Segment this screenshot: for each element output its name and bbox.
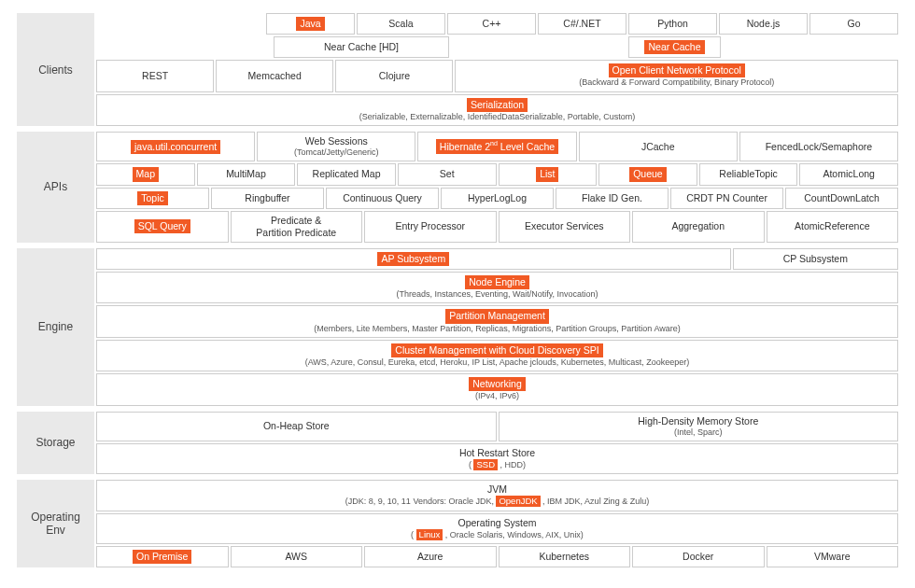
api-jcache: JCache [579, 132, 738, 161]
deploy-azure: Azure [364, 546, 497, 567]
client-rest: REST [96, 60, 214, 91]
client-memcached: Memcached [216, 60, 333, 91]
lang-scala: Scala [357, 13, 445, 35]
section-engine: Engine AP Subsystem CP Subsystem Node En… [17, 248, 898, 406]
engine-partition: Partition Management (Members, Lite Memb… [96, 305, 898, 337]
lang-java: Java [266, 13, 355, 35]
env-linux: Linux [416, 529, 443, 540]
section-label-storage: Storage [17, 412, 96, 475]
api-list: List [499, 163, 598, 185]
env-os: Operating System ( Linux , Oracle Solari… [96, 513, 898, 544]
lang-node: Node.js [719, 13, 808, 35]
api-entry-processor: Entry Processor [364, 211, 497, 243]
engine-ap-subsystem: AP Subsystem [96, 248, 731, 270]
section-label-engine: Engine [17, 248, 96, 406]
api-topic: Topic [96, 188, 209, 209]
section-label-apis: APIs [17, 132, 96, 243]
api-flake-id: Flake ID Gen. [556, 188, 669, 209]
api-fenced-lock: FencedLock/Semaphore [739, 132, 898, 161]
engine-cp-subsystem: CP Subsystem [733, 248, 898, 270]
client-clojure: Clojure [335, 60, 453, 91]
api-replicated-map: Replicated Map [297, 163, 396, 185]
storage-hot-restart: Hot Restart Store ( SSD , HDD) [96, 443, 898, 474]
api-queue: Queue [598, 163, 697, 185]
api-sql-query: SQL Query [96, 211, 229, 243]
engine-node: Node Engine (Threads, Instances, Eventin… [96, 272, 898, 303]
row-near-cache: Near Cache [HD] Near Cache [96, 36, 898, 58]
api-hibernate: Hibernate 2nd Level Cache [417, 132, 576, 161]
api-web-sessions: Web Sessions(Tomcat/Jetty/Generic) [257, 132, 415, 161]
lang-python: Python [628, 13, 717, 35]
api-predicate: Predicate & Partition Predicate [231, 211, 363, 243]
env-jvm: JVM (JDK: 8, 9, 10, 11 Vendors: Oracle J… [96, 480, 898, 511]
section-label-clients: Clients [17, 13, 96, 126]
section-storage: Storage On-Heap Store High-Density Memor… [17, 412, 898, 475]
api-multimap: MultiMap [197, 163, 296, 185]
api-atomic-long: AtomicLong [799, 163, 898, 185]
section-clients: Clients Java Scala C++ C#/.NET Python No… [17, 13, 898, 126]
row-client-langs: Java Scala C++ C#/.NET Python Node.js Go [96, 13, 898, 35]
api-executor-services: Executor Services [499, 211, 631, 243]
api-aggregation: Aggregation [632, 211, 765, 243]
row-env-deploy: On Premise AWS Azure Kubernetes Docker V… [96, 546, 898, 567]
lang-cpp: C++ [447, 13, 536, 35]
storage-hd-memory: High-Density Memory Store(Intel, Sparc) [499, 412, 899, 441]
engine-networking: Networking (IPv4, IPv6) [96, 373, 898, 405]
storage-ssd: SSD [473, 459, 498, 470]
deploy-aws: AWS [231, 546, 363, 567]
api-countdownlatch: CountDownLatch [785, 188, 898, 209]
section-operating-env: Operating Env JVM (JDK: 8, 9, 10, 11 Ven… [17, 480, 898, 567]
storage-onheap: On-Heap Store [96, 412, 497, 441]
api-continuous-query: Continuous Query [326, 188, 439, 209]
section-label-env: Operating Env [17, 480, 96, 567]
lang-go: Go [809, 13, 898, 35]
near-cache: Near Cache [628, 36, 721, 58]
api-juc: java.util.concurrent [96, 132, 255, 161]
lang-csharp: C#/.NET [538, 13, 626, 35]
section-apis: APIs java.util.concurrent Web Sessions(T… [17, 132, 898, 243]
serialization: Serialization (Serializable, Externaliza… [96, 94, 898, 126]
env-openjdk: OpenJDK [496, 496, 540, 507]
open-client-protocol: Open Client Network Protocol (Backward &… [455, 60, 898, 91]
deploy-vmware: VMware [767, 546, 899, 567]
row-protocols: REST Memcached Clojure Open Client Netwo… [96, 60, 898, 91]
api-map: Map [96, 163, 195, 185]
api-reliable-topic: ReliableTopic [699, 163, 798, 185]
api-crdt-pn: CRDT PN Counter [670, 188, 783, 209]
near-cache-hd: Near Cache [HD] [274, 36, 449, 58]
api-set: Set [398, 163, 497, 185]
api-hyperloglog: HyperLogLog [441, 188, 554, 209]
api-atomic-reference: AtomicReference [767, 211, 899, 243]
deploy-docker: Docker [632, 546, 765, 567]
deploy-on-premise: On Premise [96, 546, 229, 567]
api-ringbuffer: Ringbuffer [211, 188, 324, 209]
engine-cluster-mgmt: Cluster Management with Cloud Discovery … [96, 340, 898, 371]
deploy-kubernetes: Kubernetes [499, 546, 631, 567]
